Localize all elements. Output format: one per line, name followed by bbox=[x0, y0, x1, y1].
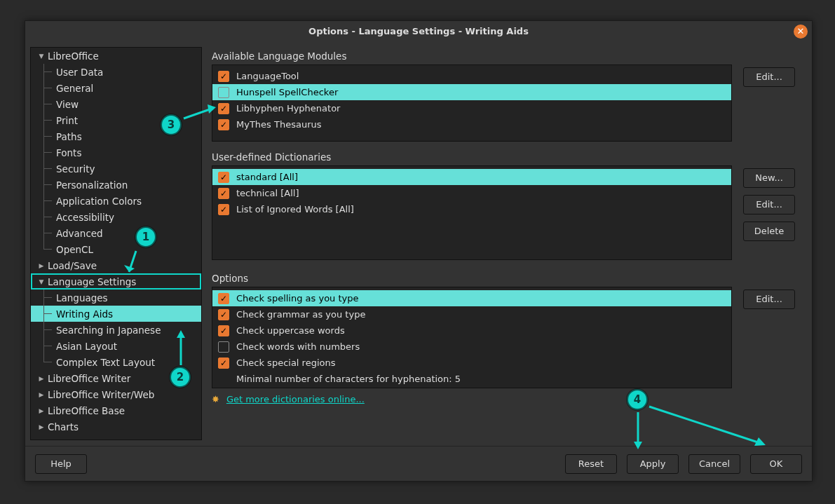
module-hunspell[interactable]: Hunspell SpellChecker bbox=[212, 84, 731, 100]
module-libhyphen[interactable]: ✓Libhyphen Hyphenator bbox=[212, 100, 731, 116]
checkbox-icon[interactable]: ✓ bbox=[218, 293, 229, 304]
checkbox-icon[interactable]: ✓ bbox=[218, 71, 229, 82]
tree-language-settings[interactable]: ▼Language Settings bbox=[31, 273, 201, 290]
checkbox-icon[interactable]: ✓ bbox=[218, 204, 229, 215]
dicts-new-button[interactable]: New... bbox=[743, 168, 795, 188]
checkbox-icon[interactable]: ✓ bbox=[218, 172, 229, 183]
modules-label: Available Language Modules bbox=[212, 50, 802, 62]
module-languagetool[interactable]: ✓LanguageTool bbox=[212, 68, 731, 84]
close-icon[interactable]: ✕ bbox=[794, 25, 808, 39]
tree-base[interactable]: ▶LibreOffice Base bbox=[31, 402, 201, 418]
tree-libreoffice[interactable]: ▼LibreOffice bbox=[31, 48, 201, 64]
options-dialog: Options - Language Settings - Writing Ai… bbox=[25, 20, 813, 482]
tree-writing-aids[interactable]: Writing Aids bbox=[31, 306, 201, 322]
titlebar: Options - Language Settings - Writing Ai… bbox=[25, 21, 812, 42]
dialog-footer: Help Reset Apply Cancel OK bbox=[25, 446, 812, 481]
opt-chars-before-break[interactable]: Characters before line break: 2 bbox=[212, 387, 731, 388]
tree-general[interactable]: General bbox=[31, 80, 201, 96]
options-label: Options bbox=[212, 273, 802, 284]
checkbox-icon[interactable]: ✓ bbox=[218, 357, 229, 369]
checkbox-icon[interactable]: ✓ bbox=[218, 103, 229, 114]
tree-accessibility[interactable]: Accessibility bbox=[31, 209, 201, 225]
new-extension-icon: ✸ bbox=[212, 394, 219, 404]
dict-standard[interactable]: ✓standard [All] bbox=[212, 169, 731, 185]
opt-check-grammar[interactable]: ✓Check grammar as you type bbox=[212, 306, 731, 322]
dialog-title: Options - Language Settings - Writing Ai… bbox=[308, 26, 529, 36]
tree-load-save[interactable]: ▶Load/Save bbox=[31, 257, 201, 273]
opt-check-numbers[interactable]: Check words with numbers bbox=[212, 339, 731, 355]
tree-charts[interactable]: ▶Charts bbox=[31, 418, 201, 435]
reset-button[interactable]: Reset bbox=[565, 454, 617, 474]
tree-complex-text-layout[interactable]: Complex Text Layout bbox=[31, 354, 201, 370]
get-dictionaries-link[interactable]: Get more dictionaries online... bbox=[226, 394, 365, 404]
help-button[interactable]: Help bbox=[35, 454, 87, 474]
tree-opencl[interactable]: OpenCL bbox=[31, 241, 201, 257]
opt-min-hyphen[interactable]: Minimal number of characters for hyphena… bbox=[212, 371, 731, 387]
checkbox-icon[interactable]: ✓ bbox=[218, 119, 229, 130]
modules-edit-button[interactable]: Edit... bbox=[743, 67, 795, 87]
dict-ignored-words[interactable]: ✓List of Ignored Words [All] bbox=[212, 201, 731, 217]
tree-writer-web[interactable]: ▶LibreOffice Writer/Web bbox=[31, 386, 201, 402]
main-panel: Available Language Modules ✓LanguageTool… bbox=[202, 42, 812, 440]
tree-languages[interactable]: Languages bbox=[31, 290, 201, 306]
checkbox-icon[interactable]: ✓ bbox=[218, 188, 229, 199]
opt-check-special[interactable]: ✓Check special regions bbox=[212, 355, 731, 371]
tree-asian-layout[interactable]: Asian Layout bbox=[31, 338, 201, 354]
ok-button[interactable]: OK bbox=[750, 454, 802, 474]
checkbox-icon[interactable] bbox=[218, 87, 229, 98]
tree-print[interactable]: Print bbox=[31, 112, 201, 128]
tree-user-data[interactable]: User Data bbox=[31, 64, 201, 80]
checkbox-icon[interactable]: ✓ bbox=[218, 325, 229, 336]
checkbox-icon[interactable] bbox=[218, 341, 229, 353]
tree-personalization[interactable]: Personalization bbox=[31, 177, 201, 193]
opt-check-uppercase[interactable]: ✓Check uppercase words bbox=[212, 322, 731, 339]
tree-view[interactable]: View bbox=[31, 96, 201, 112]
nav-tree[interactable]: ▼LibreOffice User Data General View Prin… bbox=[30, 47, 202, 440]
modules-list[interactable]: ✓LanguageTool Hunspell SpellChecker ✓Lib… bbox=[212, 64, 732, 142]
options-list[interactable]: ✓Check spelling as you type ✓Check gramm… bbox=[212, 287, 732, 388]
checkbox-icon[interactable]: ✓ bbox=[218, 309, 229, 320]
dicts-list[interactable]: ✓standard [All] ✓technical [All] ✓List o… bbox=[212, 165, 732, 260]
dicts-delete-button[interactable]: Delete bbox=[743, 222, 795, 241]
apply-button[interactable]: Apply bbox=[627, 454, 679, 474]
dicts-edit-button[interactable]: Edit... bbox=[743, 195, 795, 214]
tree-paths[interactable]: Paths bbox=[31, 128, 201, 144]
tree-app-colors[interactable]: Application Colors bbox=[31, 193, 201, 209]
tree-searching-jp[interactable]: Searching in Japanese bbox=[31, 322, 201, 338]
dicts-label: User-defined Dictionaries bbox=[212, 151, 802, 163]
opt-check-spelling[interactable]: ✓Check spelling as you type bbox=[212, 290, 731, 306]
tree-fonts[interactable]: Fonts bbox=[31, 144, 201, 161]
options-edit-button[interactable]: Edit... bbox=[743, 290, 795, 309]
tree-security[interactable]: Security bbox=[31, 161, 201, 177]
module-mythes[interactable]: ✓MyThes Thesaurus bbox=[212, 116, 731, 132]
cancel-button[interactable]: Cancel bbox=[688, 454, 740, 474]
tree-advanced[interactable]: Advanced bbox=[31, 225, 201, 241]
tree-writer[interactable]: ▶LibreOffice Writer bbox=[31, 370, 201, 386]
dict-technical[interactable]: ✓technical [All] bbox=[212, 185, 731, 201]
